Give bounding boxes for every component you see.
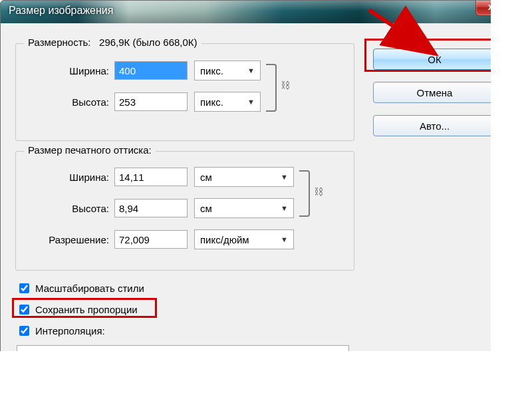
resolution-input[interactable] [114,230,188,249]
cancel-button[interactable]: Отмена [373,82,496,103]
constrain-proportions-checkbox[interactable]: Сохранить пропорции [17,303,138,317]
link-icon: ⛓ [314,186,323,197]
chevron-down-icon: ▼ [247,98,255,106]
width-unit-select[interactable]: пикс.▼ [194,61,261,80]
print-height-input[interactable] [114,199,188,217]
height-input[interactable] [114,92,188,111]
height-unit-select[interactable]: пикс.▼ [194,92,261,112]
pixel-dimensions-group: Размерность: 296,9К (было 668,0К) Ширина… [15,43,354,141]
print-width-unit-label: см [200,172,212,183]
print-height-label: Высота: [16,203,109,214]
scale-styles-input[interactable] [19,283,29,293]
resolution-unit-label: пикс/дюйм [200,234,249,245]
chevron-down-icon: ▼ [247,66,255,74]
link-bracket [266,64,277,112]
width-input[interactable] [114,61,188,80]
link-icon: ⛓ [281,80,290,90]
chevron-down-icon: ▼ [281,204,288,212]
torn-edge-right [491,0,532,379]
print-height-unit-select[interactable]: см▼ [194,198,294,218]
print-height-unit-label: см [200,203,212,214]
print-width-label: Ширина: [16,172,109,183]
height-unit-label: пикс. [200,96,223,108]
chevron-down-icon: ▼ [281,235,288,243]
scale-styles-label: Масштабировать стили [35,283,144,294]
width-unit-label: пикс. [200,65,223,76]
titlebar[interactable]: Размер изображения x [1,1,513,23]
pixel-dims-legend: Размерность: 296,9К (было 668,0К) [24,37,201,48]
print-size-group: Размер печатного оттиска: Ширина: см▼ Вы… [15,151,354,271]
print-width-unit-select[interactable]: см▼ [194,167,294,187]
image-size-dialog: Размер изображения x Размерность: 296,9К… [0,0,513,374]
constrain-proportions-input[interactable] [19,305,29,315]
window-title: Размер изображения [9,5,113,17]
print-width-input[interactable] [114,168,188,186]
scale-styles-checkbox[interactable]: Масштабировать стили [17,281,144,295]
ok-button[interactable]: ОК [373,49,496,70]
constrain-proportions-label: Сохранить пропорции [35,304,138,315]
link-bracket [299,170,310,217]
auto-button[interactable]: Авто... [373,115,496,136]
resolution-unit-select[interactable]: пикс/дюйм▼ [194,229,294,249]
width-label: Ширина: [16,65,109,76]
print-size-legend: Размер печатного оттиска: [24,144,156,156]
resample-checkbox[interactable]: Интерполяция: [17,324,105,338]
resample-label: Интерполяция: [35,325,105,336]
resolution-label: Разрешение: [16,234,109,245]
torn-edge-bottom [0,351,532,399]
height-label: Высота: [16,96,109,108]
resample-input[interactable] [19,326,29,336]
chevron-down-icon: ▼ [281,173,288,181]
